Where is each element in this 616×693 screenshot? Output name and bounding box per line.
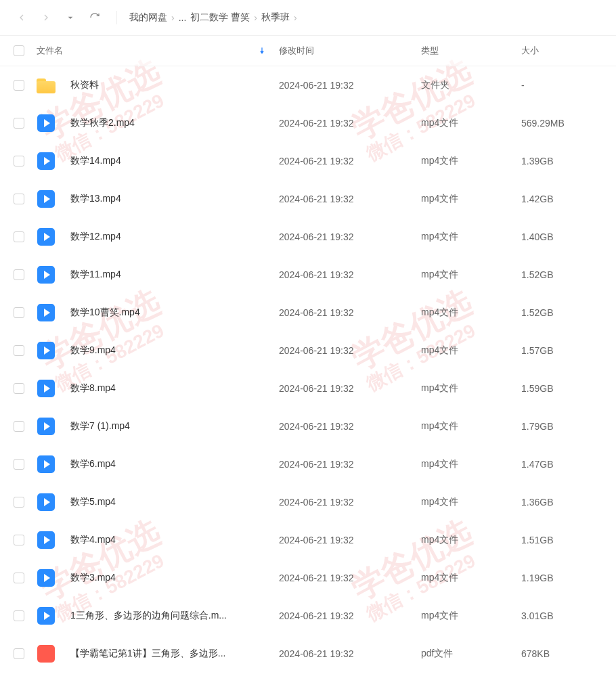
video-file-icon: [37, 531, 56, 550]
row-checkbox[interactable]: [14, 80, 24, 91]
file-modified-time: 2024-06-21 19:32: [279, 610, 421, 621]
file-row[interactable]: 数学4.mp42024-06-21 19:32mp4文件1.51GB: [0, 521, 616, 559]
file-name[interactable]: 数学5.mp4: [70, 496, 116, 508]
row-checkbox[interactable]: [14, 194, 24, 204]
row-checkbox[interactable]: [14, 497, 24, 508]
file-name[interactable]: 数学12.mp4: [70, 231, 121, 243]
file-row[interactable]: 数学5.mp42024-06-21 19:32mp4文件1.36GB: [0, 483, 616, 521]
pdf-file-icon: [37, 644, 56, 663]
file-row[interactable]: 数学12.mp42024-06-21 19:32mp4文件1.40GB: [0, 218, 616, 256]
column-header-name[interactable]: 文件名: [37, 45, 279, 57]
file-name[interactable]: 数学7 (1).mp4: [70, 420, 130, 432]
row-checkbox[interactable]: [14, 610, 24, 621]
file-name[interactable]: 数学11.mp4: [70, 269, 121, 281]
file-row[interactable]: 数学8.mp42024-06-21 19:32mp4文件1.59GB: [0, 370, 616, 407]
video-file-icon: [37, 265, 56, 284]
row-checkbox[interactable]: [14, 307, 24, 318]
file-name[interactable]: 1三角形、多边形的边角问题综合.m...: [70, 610, 227, 622]
file-modified-time: 2024-06-21 19:32: [279, 80, 421, 91]
column-header-size[interactable]: 大小: [521, 45, 616, 57]
svg-rect-0: [261, 47, 262, 51]
file-modified-time: 2024-06-21 19:32: [279, 307, 421, 318]
file-modified-time: 2024-06-21 19:32: [279, 497, 421, 508]
breadcrumb: 我的网盘 › ... 初二数学 曹笑 › 秋季班 ›: [129, 12, 297, 24]
file-modified-time: 2024-06-21 19:32: [279, 383, 421, 394]
dropdown-history-button[interactable]: [61, 8, 80, 27]
breadcrumb-ellipsis[interactable]: ...: [179, 12, 187, 23]
row-checkbox[interactable]: [14, 421, 24, 432]
file-type: mp4文件: [421, 269, 521, 281]
file-name[interactable]: 秋资料: [70, 79, 99, 91]
row-checkbox[interactable]: [14, 269, 24, 280]
file-name[interactable]: 数学9.mp4: [70, 344, 116, 357]
video-file-icon: [37, 417, 56, 436]
file-row[interactable]: 秋资料2024-06-21 19:32文件夹-: [0, 66, 616, 104]
file-size: 1.52GB: [521, 307, 616, 318]
file-size: -: [521, 80, 616, 91]
nav-back-button[interactable]: [12, 8, 31, 27]
file-row[interactable]: 数学11.mp42024-06-21 19:32mp4文件1.52GB: [0, 256, 616, 294]
file-row[interactable]: 数学10曹笑.mp42024-06-21 19:32mp4文件1.52GB: [0, 294, 616, 332]
file-name[interactable]: 数学3.mp4: [70, 572, 116, 584]
video-file-icon: [37, 568, 56, 587]
column-header-type[interactable]: 类型: [421, 45, 521, 57]
nav-forward-button[interactable]: [37, 8, 56, 27]
row-checkbox[interactable]: [14, 345, 24, 356]
file-modified-time: 2024-06-21 19:32: [279, 421, 421, 432]
file-row[interactable]: 1三角形、多边形的边角问题综合.m...2024-06-21 19:32mp4文…: [0, 597, 616, 635]
sort-descending-icon[interactable]: [257, 46, 267, 55]
refresh-button[interactable]: [85, 8, 104, 27]
row-checkbox[interactable]: [14, 231, 24, 242]
row-checkbox[interactable]: [14, 535, 24, 545]
file-type: mp4文件: [421, 193, 521, 205]
video-file-icon: [37, 227, 56, 246]
file-row[interactable]: 数学6.mp42024-06-21 19:32mp4文件1.47GB: [0, 445, 616, 483]
file-row[interactable]: 数学3.mp42024-06-21 19:32mp4文件1.19GB: [0, 559, 616, 597]
video-file-icon: [37, 152, 56, 171]
file-modified-time: 2024-06-21 19:32: [279, 573, 421, 583]
video-file-icon: [37, 114, 56, 133]
file-name[interactable]: 数学6.mp4: [70, 458, 116, 470]
folder-icon: [37, 76, 56, 95]
file-name[interactable]: 数学14.mp4: [70, 155, 121, 167]
file-modified-time: 2024-06-21 19:32: [279, 194, 421, 204]
file-size: 1.52GB: [521, 269, 616, 280]
breadcrumb-mid[interactable]: 初二数学 曹笑: [190, 12, 250, 24]
select-all-checkbox[interactable]: [14, 45, 24, 56]
file-row[interactable]: 数学7 (1).mp42024-06-21 19:32mp4文件1.79GB: [0, 407, 616, 445]
file-modified-time: 2024-06-21 19:32: [279, 231, 421, 242]
file-size: 1.19GB: [521, 573, 616, 583]
file-size: 1.36GB: [521, 497, 616, 508]
file-row[interactable]: 数学14.mp42024-06-21 19:32mp4文件1.39GB: [0, 142, 616, 180]
file-row[interactable]: 【学霸笔记第1讲】三角形、多边形...2024-06-21 19:32pdf文件…: [0, 635, 616, 673]
file-name[interactable]: 数学13.mp4: [70, 193, 121, 205]
file-type: mp4文件: [421, 496, 521, 508]
row-checkbox[interactable]: [14, 648, 24, 659]
breadcrumb-current: 秋季班: [261, 12, 290, 24]
toolbar-divider: [116, 11, 117, 24]
row-checkbox[interactable]: [14, 573, 24, 583]
file-type: mp4文件: [421, 610, 521, 622]
video-file-icon: [37, 189, 56, 208]
file-name[interactable]: 数学10曹笑.mp4: [70, 307, 140, 319]
file-size: 3.01GB: [521, 610, 616, 621]
file-row[interactable]: 数学秋季2.mp42024-06-21 19:32mp4文件569.29MB: [0, 104, 616, 142]
file-name[interactable]: 【学霸笔记第1讲】三角形、多边形...: [70, 648, 225, 660]
row-checkbox[interactable]: [14, 459, 24, 470]
file-name[interactable]: 数学8.mp4: [70, 382, 116, 395]
breadcrumb-sep: ›: [171, 12, 175, 23]
video-file-icon: [37, 379, 56, 398]
file-row[interactable]: 数学13.mp42024-06-21 19:32mp4文件1.42GB: [0, 180, 616, 218]
toolbar: 我的网盘 › ... 初二数学 曹笑 › 秋季班 ›: [0, 0, 616, 35]
row-checkbox[interactable]: [14, 156, 24, 166]
row-checkbox[interactable]: [14, 118, 24, 129]
column-header-time[interactable]: 修改时间: [279, 45, 421, 57]
file-modified-time: 2024-06-21 19:32: [279, 459, 421, 470]
row-checkbox[interactable]: [14, 383, 24, 394]
file-size: 1.79GB: [521, 421, 616, 432]
file-name[interactable]: 数学4.mp4: [70, 534, 116, 546]
file-row[interactable]: 数学9.mp42024-06-21 19:32mp4文件1.57GB: [0, 332, 616, 370]
breadcrumb-root[interactable]: 我的网盘: [129, 12, 167, 24]
file-name[interactable]: 数学秋季2.mp4: [70, 117, 135, 129]
file-list: 秋资料2024-06-21 19:32文件夹-数学秋季2.mp42024-06-…: [0, 66, 616, 673]
